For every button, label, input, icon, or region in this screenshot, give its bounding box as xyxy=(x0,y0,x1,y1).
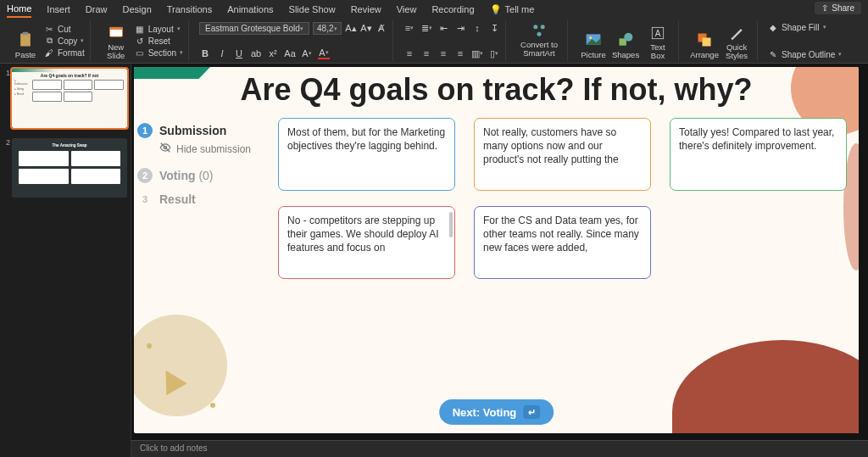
thumbnail-2[interactable]: 2 The Amazing Swap xyxy=(0,137,131,206)
shapes-label: Shapes xyxy=(612,50,639,59)
step-voting[interactable]: 2 Voting (0) xyxy=(137,168,273,183)
thumbnail-2-number: 2 xyxy=(3,138,10,147)
tab-insert[interactable]: Insert xyxy=(47,2,70,17)
reset-button[interactable]: ↺Reset xyxy=(135,36,183,46)
picture-button[interactable]: Picture xyxy=(578,22,609,59)
cut-button[interactable]: ✂Cut xyxy=(44,24,85,34)
submission-card[interactable]: For the CS and Data team yes, for other … xyxy=(474,206,651,279)
arrange-icon xyxy=(696,31,713,48)
tab-review[interactable]: Review xyxy=(351,2,381,17)
shape-outline-button[interactable]: ✎Shape Outline▾ xyxy=(768,49,842,59)
reset-label: Reset xyxy=(148,36,170,46)
italic-button[interactable]: I xyxy=(216,47,228,59)
font-group: Eastman Grotesque Bold▾ 48,2▾ A▴ A▾ A̸ B… xyxy=(194,20,393,61)
shape-fill-button[interactable]: ◆Shape Fill▾ xyxy=(768,22,842,32)
svg-point-8 xyxy=(589,36,592,39)
share-button[interactable]: ⇪ Share xyxy=(815,2,861,14)
new-slide-button[interactable]: New Slide xyxy=(101,22,131,59)
svg-rect-1 xyxy=(23,32,29,35)
arrange-group: Arrange Quick Styles xyxy=(684,20,758,61)
card-text: No - competitors are stepping up their g… xyxy=(287,215,439,254)
thumbnail-1[interactable]: 1 Are Q4 goals on track? If not ● Submis… xyxy=(0,67,131,137)
slide-canvas[interactable]: Are Q4 goals on track? If not, why? 1 Su… xyxy=(134,67,859,433)
tab-transitions[interactable]: Transitions xyxy=(167,2,212,17)
submission-card[interactable]: No - competitors are stepping up their g… xyxy=(278,206,455,279)
underline-button[interactable]: U xyxy=(233,47,245,59)
tab-recording[interactable]: Recording xyxy=(431,2,474,17)
slide-canvas-area: Are Q4 goals on track? If not, why? 1 Su… xyxy=(131,64,868,457)
layout-button[interactable]: ▦Layout▾ xyxy=(135,24,183,34)
shrink-font-button[interactable]: A▾ xyxy=(360,23,372,35)
tell-me[interactable]: 💡 Tell me xyxy=(490,4,535,15)
submission-card[interactable]: Most of them, but for the Marketing obje… xyxy=(278,118,455,191)
shapes-button[interactable]: Shapes xyxy=(610,22,641,59)
scroll-handle[interactable] xyxy=(449,212,453,237)
clear-format-button[interactable]: A̸ xyxy=(376,23,387,35)
tab-slideshow[interactable]: Slide Show xyxy=(289,2,336,17)
next-voting-button[interactable]: Next: Voting ↵ xyxy=(439,399,554,425)
submission-card[interactable]: Not really, customers have so many optio… xyxy=(474,118,651,191)
smartart-group: Convert to SmartArt xyxy=(511,20,568,61)
slide-title[interactable]: Are Q4 goals on track? If not, why? xyxy=(134,72,859,108)
case-button[interactable]: Aa xyxy=(284,47,296,59)
smartart-icon xyxy=(531,22,548,39)
format-painter-button[interactable]: 🖌Format xyxy=(44,47,85,58)
card-text: Most of them, but for the Marketing obje… xyxy=(287,126,445,152)
decoration xyxy=(672,340,859,433)
grow-font-button[interactable]: A▴ xyxy=(345,23,357,35)
outdent-button[interactable]: ⇤ xyxy=(437,22,449,34)
font-color-button[interactable]: A▾ xyxy=(318,47,330,59)
align-center-button[interactable]: ≡ xyxy=(420,47,432,59)
step-number-icon: 1 xyxy=(137,123,153,138)
tab-animations[interactable]: Animations xyxy=(227,2,273,17)
ribbon: Paste ✂Cut ⧉Copy▾ 🖌Format New Slide ▦Lay… xyxy=(0,19,868,64)
font-name-select[interactable]: Eastman Grotesque Bold▾ xyxy=(199,22,309,35)
tab-home[interactable]: Home xyxy=(7,1,31,18)
section-button[interactable]: ▭Section▾ xyxy=(135,47,183,58)
reset-icon: ↺ xyxy=(135,36,145,46)
tab-view[interactable]: View xyxy=(397,2,417,17)
copy-button[interactable]: ⧉Copy▾ xyxy=(44,36,85,46)
bullets-button[interactable]: ≡▾ xyxy=(403,22,415,34)
justify-button[interactable]: ≡ xyxy=(454,47,466,59)
indent-button[interactable]: ⇥ xyxy=(454,22,466,34)
notes-pane[interactable]: Click to add notes xyxy=(131,440,868,457)
share-label: Share xyxy=(832,3,854,13)
copy-label: Copy xyxy=(58,36,77,46)
paste-button[interactable]: Paste xyxy=(10,22,41,59)
bold-button[interactable]: B xyxy=(199,47,211,59)
align-right-button[interactable]: ≡ xyxy=(437,47,449,59)
step-submission-label: Submission xyxy=(159,124,226,137)
arrange-button[interactable]: Arrange xyxy=(689,22,720,59)
tab-design[interactable]: Design xyxy=(123,2,152,17)
align-text-button[interactable]: ▯▾ xyxy=(488,47,500,59)
svg-text:A: A xyxy=(655,29,661,38)
thumbnail-1-preview: Are Q4 goals on track? If not ● Submissi… xyxy=(12,69,127,128)
subscript-button[interactable]: x² xyxy=(267,47,279,59)
hide-submission-button[interactable]: Hide submission xyxy=(159,142,273,156)
align-left-button[interactable]: ≡ xyxy=(403,47,415,59)
voting-count: (0) xyxy=(198,169,213,182)
next-label: Next: Voting xyxy=(453,406,517,419)
columns-button[interactable]: ▥▾ xyxy=(471,47,483,59)
tab-draw[interactable]: Draw xyxy=(86,2,108,17)
font-size-select[interactable]: 48,2▾ xyxy=(313,22,342,35)
text-direction-button[interactable]: ↧ xyxy=(488,22,500,34)
submission-card[interactable]: Totally yes! Compared to last year, ther… xyxy=(670,118,847,191)
textbox-icon: A xyxy=(649,25,666,42)
thumbnail-2-preview: The Amazing Swap xyxy=(12,138,127,198)
numbering-button[interactable]: ≣▾ xyxy=(420,22,432,34)
quick-styles-button[interactable]: Quick Styles xyxy=(721,22,752,59)
font-name-value: Eastman Grotesque Bold xyxy=(205,24,300,33)
step-submission[interactable]: 1 Submission xyxy=(137,123,273,138)
layout-label: Layout xyxy=(148,25,174,34)
line-spacing-button[interactable]: ↕ xyxy=(471,22,483,34)
share-icon: ⇪ xyxy=(821,3,828,13)
textbox-button[interactable]: A Text Box xyxy=(643,22,673,59)
strike-button[interactable]: ab xyxy=(250,47,262,59)
step-result[interactable]: 3 Result xyxy=(137,192,273,207)
convert-smartart-button[interactable]: Convert to SmartArt xyxy=(516,22,562,57)
svg-point-6 xyxy=(537,32,542,36)
format-label: Format xyxy=(58,48,85,58)
highlight-button[interactable]: A▾ xyxy=(301,47,313,59)
